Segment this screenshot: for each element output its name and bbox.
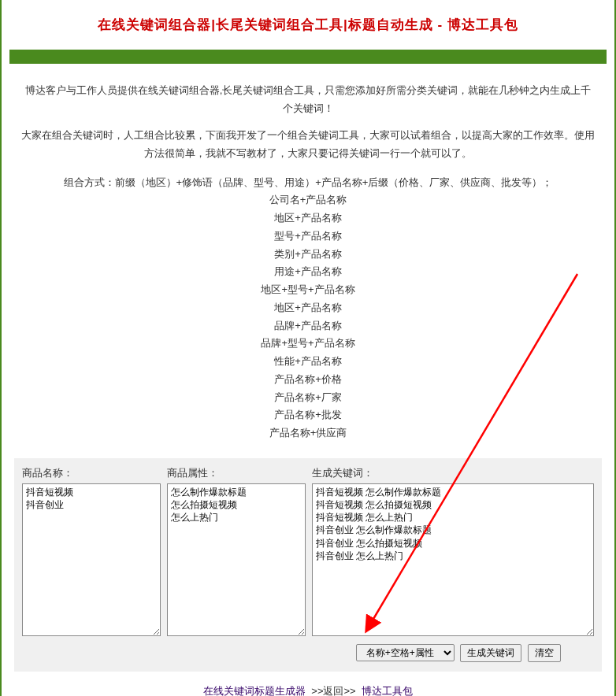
footer-links: 在线关键词标题生成器 >>返回>> 博达工具包 [9, 684, 607, 696]
combo-item: 地区+产品名称 [9, 299, 607, 317]
combo-list: 组合方式：前缀（地区）+修饰语（品牌、型号、用途）+产品名称+后缀（价格、厂家、… [9, 174, 607, 442]
header-bar [9, 50, 607, 64]
label-product-attr: 商品属性： [167, 466, 306, 480]
combo-item: 用途+产品名称 [9, 263, 607, 281]
combo-item: 品牌+型号+产品名称 [9, 335, 607, 353]
page-title: 在线关键词组合器|长尾关键词组合工具|标题自动生成 - 博达工具包 [9, 16, 607, 34]
form-area: 商品名称： 商品属性： 生成关键词： 名称+空格+属性 生成关键词 清空 [14, 458, 602, 672]
combo-item: 类别+产品名称 [9, 246, 607, 264]
generate-button[interactable]: 生成关键词 [460, 644, 521, 662]
combo-item: 产品名称+价格 [9, 371, 607, 389]
clear-button[interactable]: 清空 [528, 644, 561, 662]
label-product-name: 商品名称： [22, 466, 161, 480]
combo-head: 组合方式：前缀（地区）+修饰语（品牌、型号、用途）+产品名称+后缀（价格、厂家、… [9, 174, 607, 192]
product-attr-input[interactable] [167, 483, 306, 636]
combo-item: 产品名称+厂家 [9, 389, 607, 407]
intro-text: 博达客户与工作人员提供在线关键词组合器,长尾关键词组合工具，只需您添加好所需分类… [20, 81, 596, 163]
intro-para-1: 博达客户与工作人员提供在线关键词组合器,长尾关键词组合工具，只需您添加好所需分类… [20, 81, 596, 118]
page-container: 在线关键词组合器|长尾关键词组合工具|标题自动生成 - 博达工具包 博达客户与工… [0, 0, 616, 696]
result-output[interactable] [312, 483, 594, 636]
combo-item: 产品名称+批发 [9, 406, 607, 424]
intro-para-2: 大家在组合关键词时，人工组合比较累，下面我开发了一个组合关键词工具，大家可以试着… [20, 126, 596, 163]
combo-item: 型号+产品名称 [9, 228, 607, 246]
combo-item: 公司名+产品名称 [9, 191, 607, 209]
footer-link-toolkit[interactable]: 博达工具包 [362, 685, 413, 696]
combine-mode-select[interactable]: 名称+空格+属性 [356, 644, 455, 661]
footer-separator: >>返回>> [311, 685, 355, 696]
combo-item: 品牌+产品名称 [9, 317, 607, 335]
footer-link-generator[interactable]: 在线关键词标题生成器 [203, 685, 306, 696]
combo-item: 地区+产品名称 [9, 209, 607, 228]
label-result: 生成关键词： [312, 466, 594, 480]
product-name-input[interactable] [22, 483, 161, 636]
combo-item: 产品名称+供应商 [9, 424, 607, 442]
combo-item: 性能+产品名称 [9, 353, 607, 371]
combo-item: 地区+型号+产品名称 [9, 281, 607, 299]
